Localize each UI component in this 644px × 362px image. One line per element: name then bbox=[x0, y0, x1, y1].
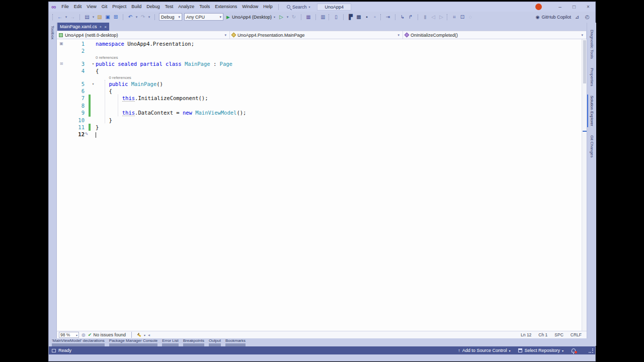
bottom-tab-package-manager-console[interactable]: Package Manager Console bbox=[109, 338, 158, 346]
hot-reload-icon[interactable]: ↻ bbox=[290, 13, 298, 21]
code-line[interactable]: 2 bbox=[57, 47, 582, 54]
menu-item-extensions[interactable]: Extensions bbox=[212, 2, 239, 12]
bottom-tab-output[interactable]: Output bbox=[209, 338, 221, 346]
account-avatar[interactable] bbox=[535, 4, 542, 10]
code-line[interactable]: 8 bbox=[57, 102, 582, 109]
redo-icon[interactable]: ↷ bbox=[139, 13, 147, 21]
member-dropdown[interactable]: OnInitializeCompleted() ▾ bbox=[403, 31, 586, 39]
tool-tab-solution-explorer[interactable]: Solution Explorer bbox=[587, 94, 597, 128]
line-number[interactable]: 10 bbox=[66, 117, 85, 124]
menu-item-analyze[interactable]: Analyze bbox=[176, 2, 197, 12]
line-number[interactable]: 4 bbox=[66, 67, 85, 74]
line-number[interactable]: 2 bbox=[66, 47, 85, 54]
code-line[interactable]: 6{ bbox=[57, 87, 582, 95]
collapse-panel-icon[interactable]: ◂ bbox=[148, 333, 150, 337]
solution-platform-dropdown[interactable]: Any CPU ▾ bbox=[184, 13, 223, 21]
toolbar-grip[interactable] bbox=[380, 14, 382, 20]
undo-icon[interactable]: ↶ bbox=[126, 13, 134, 21]
scrollbar-thumb[interactable] bbox=[583, 40, 586, 83]
code-cleanup-broom-icon[interactable] bbox=[137, 333, 141, 337]
open-folder-icon[interactable]: ▨ bbox=[96, 13, 104, 21]
build-solution-icon[interactable]: ▛ bbox=[347, 13, 355, 21]
split-editor-icon[interactable]: ◍ bbox=[82, 332, 86, 337]
attach-process-icon[interactable]: ▦ bbox=[304, 13, 312, 21]
maximize-button[interactable]: □ bbox=[567, 2, 581, 12]
redo-caret[interactable]: ▾ bbox=[147, 13, 151, 21]
start-debugging-button[interactable]: ▶ UnoApp4 (Desktop) ▾ bbox=[226, 15, 275, 20]
navigate-back-caret[interactable]: ▾ bbox=[64, 13, 68, 21]
minimize-button[interactable]: – bbox=[553, 2, 567, 12]
notifications-button[interactable] bbox=[572, 348, 576, 352]
menu-item-tools[interactable]: Tools bbox=[197, 2, 212, 12]
menu-item-help[interactable]: Help bbox=[261, 2, 275, 12]
line-number[interactable]: 3 bbox=[66, 60, 85, 67]
line-number[interactable]: 11 bbox=[66, 124, 85, 131]
tool-tab-properties[interactable]: Properties bbox=[587, 66, 597, 88]
spaces-indicator[interactable]: SPC bbox=[554, 332, 563, 337]
resize-grip[interactable] bbox=[589, 348, 593, 353]
code-line[interactable]: 10} bbox=[57, 117, 582, 124]
code-line[interactable]: 11} bbox=[57, 124, 582, 131]
search-control[interactable]: Search ▾ bbox=[287, 5, 310, 10]
run-tests-icon[interactable]: ⇥ bbox=[384, 13, 392, 21]
menu-item-view[interactable]: View bbox=[84, 2, 99, 12]
zoom-level-dropdown[interactable]: 98 % ▾ bbox=[59, 332, 79, 338]
menu-item-build[interactable]: Build bbox=[129, 2, 144, 12]
line-number[interactable]: 7 bbox=[66, 95, 85, 102]
line-ending-indicator[interactable]: CRLF bbox=[571, 332, 582, 337]
type-dropdown[interactable]: UnoApp4.Presentation.MainPage ▾ bbox=[230, 31, 403, 39]
menu-item-edit[interactable]: Edit bbox=[71, 2, 85, 12]
line-number[interactable]: 1 bbox=[66, 40, 85, 47]
close-tab-icon[interactable]: × bbox=[104, 25, 107, 29]
bottom-tab-bookmarks[interactable]: Bookmarks bbox=[225, 338, 246, 346]
line-number[interactable]: 8 bbox=[66, 102, 85, 109]
line-number[interactable]: 12 bbox=[66, 131, 85, 138]
project-dropdown[interactable]: UnoApp4 (net8.0-desktop) ▾ bbox=[57, 31, 230, 39]
add-account-icon[interactable]: ◴ bbox=[583, 13, 591, 21]
line-number[interactable]: 5 bbox=[66, 80, 85, 87]
tool-tab-git-changes[interactable]: Git Changes bbox=[587, 133, 597, 159]
line-number[interactable]: 9 bbox=[66, 109, 85, 116]
share-icon[interactable]: ⊿ bbox=[573, 13, 581, 21]
solution-configuration-dropdown[interactable]: Debug ▾ bbox=[159, 13, 182, 21]
select-repository-button[interactable]: Select Repository ▾ bbox=[518, 348, 564, 353]
bottom-tab--mainviewmodel-declarations[interactable]: 'MainViewModel' declarations bbox=[52, 338, 105, 346]
fold-chevron-icon[interactable]: ▾ bbox=[91, 60, 96, 67]
code-line[interactable]: 5▾public MainPage() bbox=[57, 80, 582, 87]
code-editor[interactable]: ▣1namespace UnoApp4.Presentation;20 refe… bbox=[57, 39, 582, 331]
navigate-back-icon[interactable]: ← bbox=[56, 13, 64, 21]
close-button[interactable]: × bbox=[581, 2, 595, 12]
add-to-source-control-button[interactable]: ↑ Add to Source Control ▾ bbox=[458, 348, 510, 353]
previous-bookmark-icon[interactable]: ◁ bbox=[429, 13, 437, 21]
save-all-icon[interactable]: ⊞ bbox=[112, 13, 120, 21]
menu-item-git[interactable]: Git bbox=[99, 2, 110, 12]
profiler-caret[interactable]: ▾ bbox=[285, 13, 290, 21]
navigate-forward-icon[interactable]: → bbox=[68, 13, 76, 21]
tool-tab-diagnostic-tools[interactable]: Diagnostic Tools bbox=[587, 28, 597, 61]
tab-mainpage-xaml-cs[interactable]: MainPage.xaml.cs + × bbox=[57, 23, 109, 31]
step-over-icon[interactable]: ↱ bbox=[407, 13, 415, 21]
menu-item-debug[interactable]: Debug bbox=[144, 2, 163, 12]
toolbar-grip[interactable] bbox=[52, 14, 54, 20]
code-line[interactable]: 4{ bbox=[57, 67, 582, 74]
monitor-icon[interactable]: ⊡ bbox=[458, 13, 466, 21]
line-number[interactable]: 6 bbox=[66, 87, 85, 95]
new-project-icon[interactable]: ▤ bbox=[83, 13, 91, 21]
bottom-tab-error-list[interactable]: Error List bbox=[162, 338, 178, 346]
menu-item-test[interactable]: Test bbox=[163, 2, 176, 12]
pin-icon[interactable]: + bbox=[100, 25, 102, 29]
column-indicator[interactable]: Ch 1 bbox=[538, 332, 547, 337]
line-indicator[interactable]: Ln 12 bbox=[521, 332, 531, 337]
next-bookmark-icon[interactable]: ▷ bbox=[437, 13, 445, 21]
start-without-debugging-icon[interactable]: ▷ bbox=[277, 13, 285, 21]
codelens-references[interactable]: 0 references bbox=[96, 55, 118, 60]
toolbox-tab[interactable]: Toolbox bbox=[50, 26, 55, 40]
menu-item-project[interactable]: Project bbox=[110, 2, 129, 12]
code-line[interactable]: 12✎ bbox=[57, 131, 582, 138]
document-health-indicator[interactable]: ✔ No issues found bbox=[88, 332, 126, 337]
github-copilot-button[interactable]: ◉ GitHub Copilot ⊿◴ bbox=[536, 13, 595, 21]
fold-chevron-icon[interactable]: ▾ bbox=[91, 80, 96, 87]
cloud-icon[interactable]: ◌ bbox=[466, 13, 474, 21]
step-into-icon[interactable]: ↳ bbox=[398, 13, 407, 21]
code-line[interactable]: ⊞3▾public sealed partial class MainPage … bbox=[57, 60, 582, 67]
